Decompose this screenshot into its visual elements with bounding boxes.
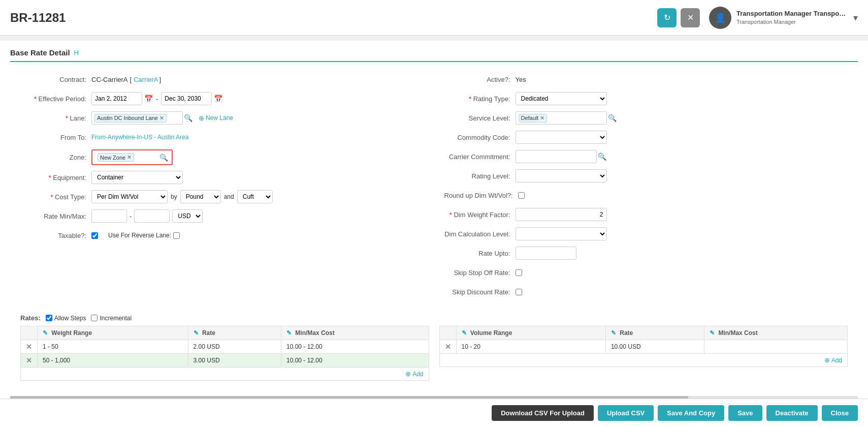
use-reverse-label: Use For Reverse Lane: xyxy=(108,232,180,239)
equipment-select[interactable]: Container xyxy=(91,171,183,184)
from-to-row: From To: From-Anywhere-In-US - Austin Ar… xyxy=(20,130,424,144)
new-lane-link[interactable]: New Lane xyxy=(199,114,233,122)
user-role: Transportation Manager xyxy=(736,18,848,25)
currency-select[interactable]: USD xyxy=(172,209,203,223)
weight-add-link[interactable]: Add xyxy=(405,370,423,378)
carrier-link[interactable]: CarrierA xyxy=(134,76,158,83)
weight-range-edit-icon[interactable]: ✎ xyxy=(43,329,48,337)
equipment-row: Equipment: Container xyxy=(20,170,424,185)
rate-min-input[interactable] xyxy=(91,209,127,223)
lane-search-button[interactable]: 🔍 xyxy=(183,113,194,123)
carrier-commitment-search[interactable]: 🔍 xyxy=(597,151,607,162)
volume-range-edit-icon[interactable]: ✎ xyxy=(462,329,467,337)
service-level-input[interactable]: Default ✕ xyxy=(516,111,607,125)
weight-row1-minmax: 10.00 - 12.00 xyxy=(281,340,429,354)
weight-row2-rate: 3.00 USD xyxy=(188,354,281,368)
round-up-checkbox[interactable] xyxy=(518,192,525,199)
from-to-value: From-Anywhere-In-US - Austin Area xyxy=(91,134,188,141)
download-csv-button[interactable]: Download CSV For Upload xyxy=(492,405,594,421)
volume-row1-range: 10 - 20 xyxy=(456,340,605,354)
service-level-search-button[interactable]: 🔍 xyxy=(607,113,618,123)
weight-row1-remove[interactable]: ✕ xyxy=(26,343,32,351)
lane-row: Lane: Austin DC Inbound Lane ✕ 🔍 New Lan… xyxy=(20,111,424,125)
zone-tag: New Zone ✕ xyxy=(98,153,134,162)
rating-type-label: Rating Type: xyxy=(444,95,516,103)
rate-min-max-row: Rate Min/Max: - USD xyxy=(20,209,424,223)
cost-type-select[interactable]: Per Dim Wt/Vol xyxy=(91,190,168,203)
close-button[interactable]: Close xyxy=(822,405,858,421)
weight-col-range: ✎ Weight Range xyxy=(38,326,188,340)
allow-steps-label: Allow Steps xyxy=(46,315,86,322)
dim-weight-factor-input[interactable] xyxy=(516,208,607,221)
volume-col-rate: ✎ Rate xyxy=(605,326,704,340)
weight-col-minmax: ✎ Min/Max Cost xyxy=(281,326,429,340)
save-button[interactable]: Save xyxy=(728,405,762,421)
rates-header: Rates: Allow Steps Incremental xyxy=(20,314,848,322)
service-level-label: Service Level: xyxy=(444,114,516,122)
user-menu-chevron[interactable]: ▾ xyxy=(853,12,858,23)
rate-upto-input[interactable] xyxy=(516,247,576,260)
volume-table: ✎ Volume Range ✎ Rate ✎ Min/Max Cost xyxy=(439,326,848,367)
volume-minmax-edit-icon[interactable]: ✎ xyxy=(710,329,715,337)
deactivate-button[interactable]: Deactivate xyxy=(766,405,818,421)
skip-stop-off-checkbox[interactable] xyxy=(516,269,522,276)
taxable-checkbox[interactable] xyxy=(91,232,98,239)
contract-row: Contract: CC-CarrierA [ CarrierA ] xyxy=(20,72,424,86)
rate-min-max-label: Rate Min/Max: xyxy=(20,212,91,220)
service-level-row: Service Level: Default ✕ 🔍 xyxy=(444,111,848,125)
save-and-copy-button[interactable]: Save And Copy xyxy=(658,405,724,421)
volume-rate-edit-icon[interactable]: ✎ xyxy=(611,329,616,337)
weight-row2-remove[interactable]: ✕ xyxy=(26,356,32,364)
volume-col-range: ✎ Volume Range xyxy=(456,326,605,340)
dim-calc-level-select[interactable] xyxy=(516,227,607,240)
top-bar: BR-11281 ↻ ✕ 👤 Transportation Manager Tr… xyxy=(0,0,868,36)
rating-level-select[interactable] xyxy=(516,169,607,182)
table-row: ✕ 1 - 50 2.00 USD 10.00 - 12.00 xyxy=(21,340,429,354)
volume-row1-remove[interactable]: ✕ xyxy=(445,343,451,351)
cal-from-icon[interactable]: 📅 xyxy=(144,95,153,103)
rating-type-select[interactable]: Dedicated xyxy=(516,92,607,105)
weight-col-rate: ✎ Rate xyxy=(188,326,281,340)
weight-col-action xyxy=(21,326,38,340)
zone-tag-remove[interactable]: ✕ xyxy=(127,154,132,161)
volume-table-container: ✎ Volume Range ✎ Rate ✎ Min/Max Cost xyxy=(439,326,848,381)
incremental-checkbox[interactable] xyxy=(91,315,98,321)
zone-row: Zone: New Zone ✕ 🔍 xyxy=(20,149,424,165)
active-label: Active?: xyxy=(444,76,516,83)
volume-add-row: Add xyxy=(439,354,848,367)
carrier-commitment-input[interactable] xyxy=(516,150,597,163)
cal-to-icon[interactable]: 📅 xyxy=(214,95,222,103)
and-select[interactable]: Cuft xyxy=(237,190,273,203)
weight-rate-edit-icon[interactable]: ✎ xyxy=(194,329,199,337)
lane-input[interactable]: Austin DC Inbound Lane ✕ xyxy=(91,111,183,125)
by-label: by xyxy=(171,193,177,200)
volume-col-minmax: ✎ Min/Max Cost xyxy=(704,326,848,340)
carrier-commitment-row: Carrier Commitment: 🔍 xyxy=(444,149,848,164)
by-select[interactable]: Pound xyxy=(180,190,221,203)
commodity-code-select[interactable] xyxy=(516,131,607,144)
date-to-input[interactable] xyxy=(161,92,212,105)
service-level-tag-remove[interactable]: ✕ xyxy=(540,115,544,121)
active-value: Yes xyxy=(516,76,526,83)
upload-csv-button[interactable]: Upload CSV xyxy=(598,405,654,421)
lane-tag-remove[interactable]: ✕ xyxy=(159,115,164,121)
date-to-group: 📅 xyxy=(161,92,222,105)
use-reverse-checkbox[interactable] xyxy=(173,232,180,239)
zone-search-button[interactable]: 🔍 xyxy=(158,152,169,163)
rate-max-input[interactable] xyxy=(134,209,170,223)
left-column: Contract: CC-CarrierA [ CarrierA ] Effec… xyxy=(10,70,434,307)
dim-weight-factor-label: Dim Weight Factor: xyxy=(444,211,516,219)
date-from-group: 📅 xyxy=(91,92,153,105)
date-from-input[interactable] xyxy=(91,92,142,105)
skip-discount-checkbox[interactable] xyxy=(516,289,522,295)
commodity-code-row: Commodity Code: xyxy=(444,130,848,144)
refresh-button[interactable]: ↻ xyxy=(657,8,677,27)
skip-discount-label: Skip Discount Rate: xyxy=(444,288,516,296)
allow-steps-checkbox[interactable] xyxy=(46,315,52,321)
section-h-link[interactable]: H xyxy=(74,49,79,56)
active-row: Active?: Yes xyxy=(444,72,848,86)
close-x-button[interactable]: ✕ xyxy=(681,8,700,27)
volume-add-link[interactable]: Add xyxy=(824,356,842,364)
zone-tag-input[interactable]: New Zone ✕ xyxy=(95,152,156,163)
weight-minmax-edit-icon[interactable]: ✎ xyxy=(286,329,292,337)
